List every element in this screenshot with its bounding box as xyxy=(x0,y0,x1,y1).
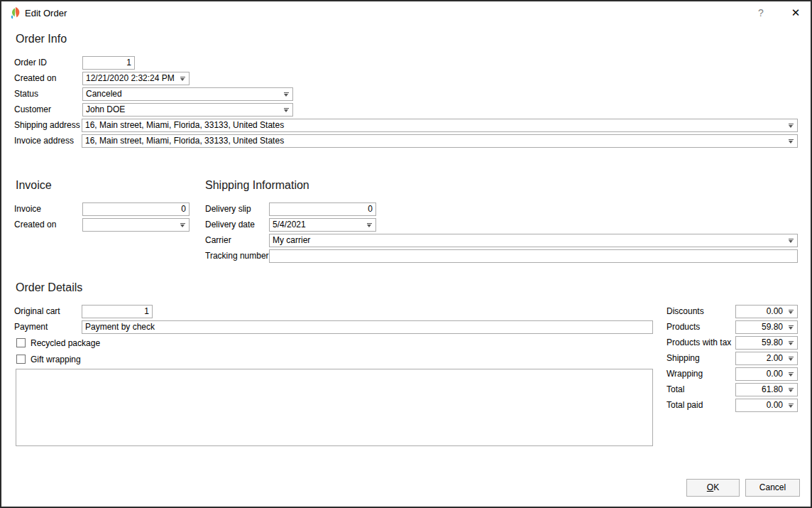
dropdown-arrow-icon[interactable] xyxy=(789,357,794,361)
products-with-tax-value: 59.80 xyxy=(739,337,783,349)
order-id-input[interactable]: 1 xyxy=(82,56,135,70)
wrapping-total-value: 0.00 xyxy=(739,368,783,380)
wrapping-total-field[interactable]: 0.00 xyxy=(735,367,798,381)
ok-button-mnemonic: O xyxy=(707,482,713,492)
dropdown-arrow-icon[interactable] xyxy=(284,92,289,97)
invoice-number-value: 0 xyxy=(86,203,186,215)
delivery-slip-value: 0 xyxy=(273,203,373,215)
shipping-total-label: Shipping xyxy=(666,354,700,363)
total-field[interactable]: 61.80 xyxy=(735,383,798,396)
close-button[interactable]: ✕ xyxy=(788,5,803,21)
shipping-total-value: 2.00 xyxy=(739,352,783,364)
status-label: Status xyxy=(14,90,38,99)
section-heading-order-info: Order Info xyxy=(16,33,67,45)
invoice-address-combobox[interactable]: 16, Main street, Miami, Florida, 33133, … xyxy=(82,134,798,148)
dropdown-arrow-icon[interactable] xyxy=(789,239,794,243)
dropdown-arrow-icon[interactable] xyxy=(789,139,794,144)
section-heading-order-details: Order Details xyxy=(16,281,82,294)
title-bar: Edit Order ? ✕ xyxy=(1,1,811,24)
products-label: Products xyxy=(666,323,700,332)
created-on-datepicker[interactable]: 12/21/2020 2:32:24 PM xyxy=(82,72,190,85)
invoice-number-input[interactable]: 0 xyxy=(82,202,190,216)
carrier-combobox[interactable]: My carrier xyxy=(269,234,798,247)
created-on-value: 12/21/2020 2:32:24 PM xyxy=(86,72,175,85)
products-field[interactable]: 59.80 xyxy=(735,320,798,334)
delivery-date-datepicker[interactable]: 5/4/2021 xyxy=(269,218,376,232)
dropdown-arrow-icon[interactable] xyxy=(180,223,185,227)
delivery-slip-input[interactable]: 0 xyxy=(269,202,376,216)
tracking-number-value xyxy=(273,250,794,262)
cancel-button[interactable]: Cancel xyxy=(745,479,800,497)
total-value: 61.80 xyxy=(739,384,783,396)
tracking-number-label: Tracking number xyxy=(205,252,269,261)
payment-input[interactable]: Payment by check xyxy=(82,320,653,334)
invoice-created-on-datepicker[interactable] xyxy=(82,218,190,232)
ok-button[interactable]: OK xyxy=(686,479,740,497)
original-cart-value: 1 xyxy=(85,306,149,318)
total-label: Total xyxy=(666,385,684,394)
carrier-value: My carrier xyxy=(273,234,783,247)
dropdown-arrow-icon[interactable] xyxy=(789,325,794,330)
delivery-date-value: 5/4/2021 xyxy=(273,219,361,231)
dropdown-arrow-icon[interactable] xyxy=(789,341,794,345)
gift-wrapping-checkbox[interactable] xyxy=(16,355,26,364)
customer-value: John DOE xyxy=(86,104,278,116)
invoice-created-on-value xyxy=(86,219,175,231)
dropdown-arrow-icon[interactable] xyxy=(180,77,185,81)
window-title: Edit Order xyxy=(25,8,67,18)
invoice-address-label: Invoice address xyxy=(14,136,74,146)
discounts-field[interactable]: 0.00 xyxy=(735,305,798,318)
dropdown-arrow-icon[interactable] xyxy=(789,310,794,314)
ok-button-rest: K xyxy=(713,482,719,492)
created-on-label: Created on xyxy=(14,74,56,83)
app-logo-icon xyxy=(9,6,21,20)
tracking-number-input[interactable] xyxy=(269,249,798,263)
invoice-created-on-label: Created on xyxy=(14,220,56,229)
order-items-box[interactable] xyxy=(16,369,653,446)
dropdown-arrow-icon[interactable] xyxy=(789,388,794,392)
products-value: 59.80 xyxy=(739,321,783,333)
status-combobox[interactable]: Canceled xyxy=(82,87,293,101)
invoice-number-label: Invoice xyxy=(14,205,41,214)
section-heading-invoice: Invoice xyxy=(16,179,52,192)
total-paid-value: 0.00 xyxy=(739,399,783,411)
shipping-address-combobox[interactable]: 16, Main street, Miami, Florida, 33133, … xyxy=(82,119,798,132)
wrapping-total-label: Wrapping xyxy=(666,369,703,379)
invoice-address-value: 16, Main street, Miami, Florida, 33133, … xyxy=(85,135,783,147)
delivery-slip-label: Delivery slip xyxy=(205,205,251,214)
total-paid-label: Total paid xyxy=(666,401,703,410)
customer-label: Customer xyxy=(14,105,51,114)
dropdown-arrow-icon[interactable] xyxy=(789,372,794,377)
shipping-address-label: Shipping address xyxy=(14,121,80,130)
products-with-tax-field[interactable]: 59.80 xyxy=(735,336,798,350)
edit-order-dialog: Edit Order ? ✕ Order Info Order ID 1 Cre… xyxy=(0,0,812,508)
shipping-total-field[interactable]: 2.00 xyxy=(735,352,798,365)
shipping-address-value: 16, Main street, Miami, Florida, 33133, … xyxy=(85,119,783,131)
help-button[interactable]: ? xyxy=(754,6,768,20)
order-id-value: 1 xyxy=(86,57,131,69)
dropdown-arrow-icon[interactable] xyxy=(284,108,289,112)
dropdown-arrow-icon[interactable] xyxy=(789,404,794,408)
discounts-label: Discounts xyxy=(666,307,704,316)
recycled-package-checkbox[interactable] xyxy=(16,338,26,347)
dropdown-arrow-icon[interactable] xyxy=(367,223,372,227)
payment-value: Payment by check xyxy=(85,321,649,333)
section-heading-shipping-information: Shipping Information xyxy=(205,179,309,192)
customer-combobox[interactable]: John DOE xyxy=(82,103,293,117)
original-cart-label: Original cart xyxy=(14,307,60,316)
recycled-package-label[interactable]: Recycled package xyxy=(31,339,100,348)
payment-label: Payment xyxy=(14,323,48,332)
original-cart-input[interactable]: 1 xyxy=(82,305,153,318)
discounts-value: 0.00 xyxy=(739,306,783,318)
carrier-label: Carrier xyxy=(205,236,231,245)
products-with-tax-label: Products with tax xyxy=(666,338,731,347)
gift-wrapping-label[interactable]: Gift wrapping xyxy=(31,355,81,364)
order-id-label: Order ID xyxy=(14,58,47,67)
dropdown-arrow-icon[interactable] xyxy=(789,124,794,128)
total-paid-field[interactable]: 0.00 xyxy=(735,399,798,412)
delivery-date-label: Delivery date xyxy=(205,220,255,229)
status-value: Canceled xyxy=(86,88,278,100)
